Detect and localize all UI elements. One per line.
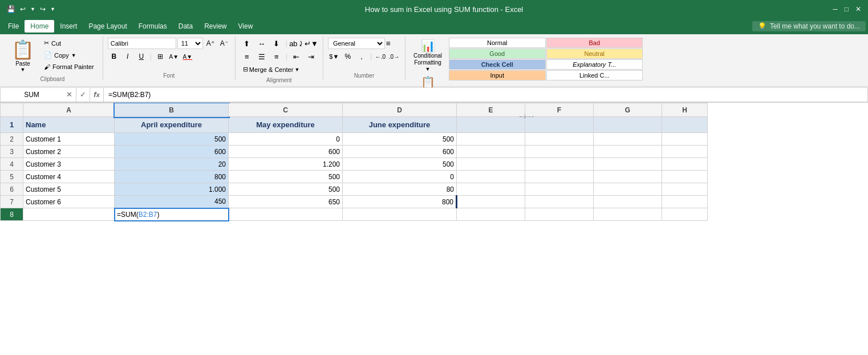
menu-file[interactable]: File: [2, 20, 25, 33]
cell-f3[interactable]: [525, 146, 594, 158]
cell-d4[interactable]: 500: [343, 158, 457, 171]
font-name-input[interactable]: [108, 38, 176, 49]
row-header-8[interactable]: 8: [1, 208, 23, 221]
row-header-1[interactable]: 1: [1, 117, 23, 133]
row-header-2[interactable]: 2: [1, 133, 23, 146]
cell-c8[interactable]: [229, 208, 343, 221]
align-top-btn[interactable]: ⬆: [240, 38, 254, 49]
cell-b3[interactable]: 600: [115, 146, 229, 158]
undo-icon[interactable]: ↩: [20, 5, 26, 13]
col-header-b[interactable]: B: [115, 103, 229, 117]
save-icon[interactable]: 💾: [7, 5, 15, 13]
cell-b1[interactable]: April expenditure: [115, 117, 229, 133]
align-bottom-btn[interactable]: ⬇: [270, 38, 283, 49]
cell-h3[interactable]: [662, 146, 708, 158]
formula-confirm-btn[interactable]: ✓: [76, 87, 90, 102]
cell-e1[interactable]: [457, 117, 525, 133]
cell-e3[interactable]: [457, 146, 525, 158]
cell-f8[interactable]: [525, 208, 594, 221]
cell-f2[interactable]: [525, 133, 594, 146]
cell-g1[interactable]: [594, 117, 662, 133]
formula-input[interactable]: [104, 87, 868, 102]
corner-header[interactable]: [1, 103, 23, 117]
redo-icon[interactable]: ↪: [40, 5, 46, 13]
cell-h4[interactable]: [662, 158, 708, 171]
cell-a8[interactable]: [23, 208, 115, 221]
format-painter-button[interactable]: 🖌 Format Painter: [40, 62, 98, 72]
cell-h1[interactable]: [662, 117, 708, 133]
align-center-btn[interactable]: ☰: [255, 51, 269, 62]
cell-g5[interactable]: [594, 171, 662, 183]
percent-btn[interactable]: %: [342, 51, 354, 62]
merge-center-button[interactable]: ⊟ Merge & Center ▼: [240, 64, 303, 75]
cell-a1[interactable]: Name: [23, 117, 115, 133]
cell-f4[interactable]: [525, 158, 594, 171]
col-header-g[interactable]: G: [594, 103, 662, 117]
align-middle-btn[interactable]: ↔: [255, 38, 269, 49]
customize-icon[interactable]: ▼: [50, 6, 55, 12]
menu-view[interactable]: View: [233, 20, 259, 33]
cell-g8[interactable]: [594, 208, 662, 221]
menu-review[interactable]: Review: [198, 20, 232, 33]
cell-b8[interactable]: =SUM(B2:B7): [115, 208, 229, 221]
copy-button[interactable]: 📄 Copy ▼: [40, 50, 98, 60]
cell-d5[interactable]: 0: [343, 171, 457, 183]
cell-c4[interactable]: 1.200: [229, 158, 343, 171]
maximize-btn[interactable]: □: [845, 5, 849, 13]
style-neutral-button[interactable]: Neutral: [546, 49, 643, 59]
cell-h2[interactable]: [662, 133, 708, 146]
col-header-c[interactable]: C: [229, 103, 343, 117]
cell-a2[interactable]: Customer 1: [23, 133, 115, 146]
cell-b6[interactable]: 1.000: [115, 183, 229, 196]
cell-a7[interactable]: Customer 6: [23, 196, 115, 208]
col-header-a[interactable]: A: [23, 103, 115, 117]
cell-g3[interactable]: [594, 146, 662, 158]
decrease-indent-btn[interactable]: ⇤: [290, 51, 303, 62]
cell-b7[interactable]: 450: [115, 196, 229, 208]
currency-btn[interactable]: $▼: [328, 51, 340, 62]
wrap-text-dropdown[interactable]: ↵▼: [305, 38, 318, 49]
style-good-button[interactable]: Good: [449, 49, 546, 59]
italic-button[interactable]: I: [121, 51, 134, 62]
menu-insert[interactable]: Insert: [54, 20, 83, 33]
align-left-btn[interactable]: ≡: [240, 51, 254, 62]
cell-e8[interactable]: [457, 208, 525, 221]
text-orientation-btn[interactable]: ab⤸: [290, 38, 303, 49]
cell-f7[interactable]: [525, 196, 594, 208]
font-size-select[interactable]: 11 12 14: [177, 38, 203, 49]
close-btn[interactable]: ✕: [855, 5, 861, 13]
cell-e4[interactable]: [457, 158, 525, 171]
cell-e2[interactable]: [457, 133, 525, 146]
cell-c2[interactable]: 0: [229, 133, 343, 146]
style-check-button[interactable]: Check Cell: [449, 59, 546, 70]
search-bar[interactable]: 💡 Tell me what you want to do...: [752, 21, 866, 31]
cell-d7[interactable]: 800: [343, 196, 457, 208]
cell-e5[interactable]: [457, 171, 525, 183]
cell-g4[interactable]: [594, 158, 662, 171]
style-explanatory-button[interactable]: Explanatory T...: [546, 59, 643, 70]
cell-c6[interactable]: 500: [229, 183, 343, 196]
col-header-d[interactable]: D: [343, 103, 457, 117]
cell-a4[interactable]: Customer 3: [23, 158, 115, 171]
cell-d2[interactable]: 500: [343, 133, 457, 146]
cell-b2[interactable]: 500: [115, 133, 229, 146]
cell-d3[interactable]: 600: [343, 146, 457, 158]
cell-c7[interactable]: 650: [229, 196, 343, 208]
cell-e6[interactable]: [457, 183, 525, 196]
conditional-formatting-button[interactable]: 📊 ConditionalFormatting ▼: [410, 38, 445, 73]
row-header-5[interactable]: 5: [1, 171, 23, 183]
col-header-f[interactable]: F: [525, 103, 594, 117]
cell-c3[interactable]: 600: [229, 146, 343, 158]
cell-h5[interactable]: [662, 171, 708, 183]
align-right-btn[interactable]: ≡: [270, 51, 283, 62]
col-header-h[interactable]: H: [662, 103, 708, 117]
cut-button[interactable]: ✂ Cut: [40, 38, 98, 49]
style-linked-button[interactable]: Linked C...: [546, 70, 643, 80]
style-normal-button[interactable]: Normal: [449, 38, 546, 48]
cell-d8[interactable]: [343, 208, 457, 221]
cell-g7[interactable]: [594, 196, 662, 208]
menu-home[interactable]: Home: [25, 20, 54, 33]
cell-f5[interactable]: [525, 171, 594, 183]
col-header-e[interactable]: E: [457, 103, 525, 117]
font-color-button[interactable]: A▼: [181, 51, 194, 62]
